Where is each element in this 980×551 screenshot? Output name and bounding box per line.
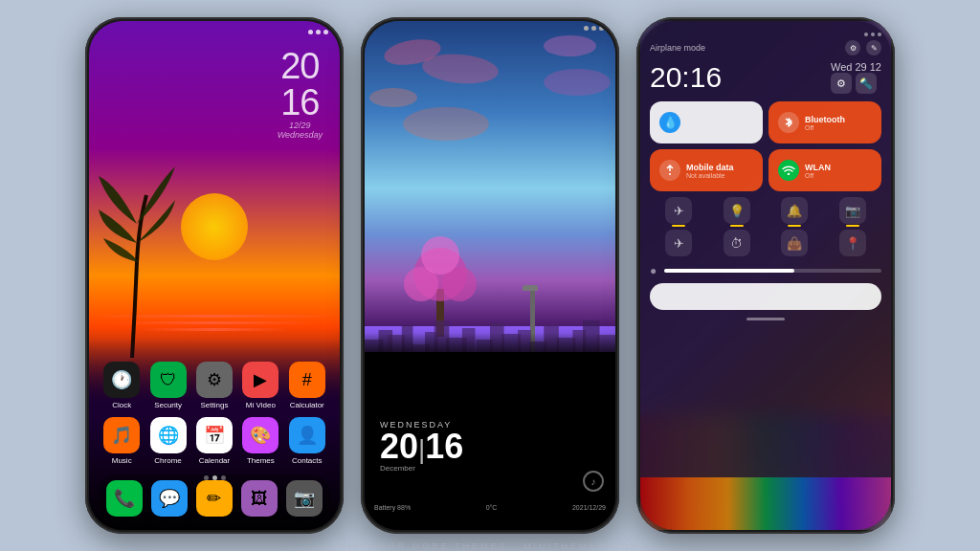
- app-chrome[interactable]: 🌐 Chrome: [146, 417, 190, 465]
- dock-notes[interactable]: ✏: [196, 480, 233, 517]
- wlan-tile-text: WLAN Off: [805, 163, 872, 179]
- temp-text: 0°C: [486, 504, 498, 511]
- music-icon: 🎵: [103, 417, 140, 453]
- dock: 📞 💬 ✏ 🖼 📷: [99, 474, 330, 522]
- contacts-icon: 👤: [289, 417, 325, 453]
- cloud-4: [544, 69, 611, 96]
- app-security[interactable]: 🛡 Security: [146, 362, 190, 409]
- app-calendar-label: Calendar: [199, 456, 230, 465]
- date-display: 12/29: [278, 121, 323, 130]
- clock-icon: 🕐: [103, 362, 140, 398]
- airplane-quick-icon[interactable]: ✈: [665, 197, 692, 224]
- calendar-icon: 📅: [196, 417, 233, 453]
- app-row-2: 🎵 Music 🌐 Chrome 📅 Calendar 🎨: [99, 417, 330, 465]
- status-dot-b: [871, 33, 875, 36]
- app-music[interactable]: 🎵 Music: [100, 417, 144, 465]
- ctrl-top-icons: ⚙ 🔦: [831, 73, 881, 94]
- cloud-6: [403, 107, 489, 141]
- app-clock-label: Clock: [112, 401, 131, 409]
- mobile-data-tile-name: Mobile data: [686, 163, 753, 172]
- ctrl-weekday: Wed 29 12: [831, 61, 881, 73]
- watermark: VISIT FOR MORE THEMES · MIUITHEMER.COM: [0, 541, 980, 551]
- app-themes-label: Themes: [247, 456, 275, 465]
- app-music-label: Music: [112, 456, 132, 465]
- day-display: Wednesday: [278, 130, 323, 140]
- location-quick-icon[interactable]: 📍: [839, 230, 866, 256]
- calculator-icon: #: [289, 362, 325, 398]
- phone-2: ♪ WEDNESDAY 20|16 December Battery 88% 0…: [361, 17, 619, 534]
- quick-icons-row1: ✈ 💡 🔔 📷: [650, 197, 881, 224]
- mobile-data-tile-text: Mobile data Not available: [686, 163, 753, 179]
- status-dot-c: [878, 33, 881, 36]
- phone-1: 20 16 12/29 Wednesday: [85, 17, 344, 534]
- status-dot-a: [864, 33, 868, 36]
- app-settings[interactable]: ⚙ Settings: [192, 362, 236, 409]
- flight-mode-icon[interactable]: ✈: [665, 230, 692, 256]
- svg-point-45: [788, 173, 790, 175]
- app-calculator[interactable]: # Calculator: [285, 362, 329, 409]
- bluetooth-icon: [778, 112, 799, 133]
- app-row-1: 🕐 Clock 🛡 Security ⚙ Settings ▶: [99, 362, 330, 409]
- settings-ctrl-icon[interactable]: ⚙: [845, 40, 860, 55]
- dock-camera[interactable]: 📷: [286, 480, 323, 517]
- control-panel: Airplane mode ⚙ ✎ 20:16 Wed: [640, 21, 891, 530]
- bluetooth-tile-text: Bluetooth Off: [805, 115, 872, 131]
- palm-tree-decoration: [99, 166, 175, 358]
- settings-gear-icon[interactable]: ⚙: [831, 73, 852, 94]
- phone-3: Airplane mode ⚙ ✎ 20:16 Wed: [636, 17, 895, 534]
- brightness-area: ●: [650, 264, 881, 277]
- music-button[interactable]: ♪: [583, 471, 604, 492]
- app-themes[interactable]: 🎨 Themes: [238, 417, 282, 465]
- phone2-info: WEDNESDAY 20|16 December: [380, 420, 463, 473]
- app-clock[interactable]: 🕐 Clock: [100, 362, 144, 409]
- dock-messages[interactable]: 💬: [151, 480, 188, 517]
- volume-slider[interactable]: [664, 269, 881, 273]
- wallet-quick-icon[interactable]: 👜: [781, 230, 808, 256]
- settings-icon: ⚙: [196, 362, 233, 398]
- status-bar-2: [365, 26, 615, 31]
- phone2-month: December: [380, 464, 463, 473]
- edit-ctrl-icon[interactable]: ✎: [866, 40, 881, 55]
- data-icon: 💧: [659, 112, 680, 133]
- app-calendar[interactable]: 📅 Calendar: [192, 417, 236, 465]
- app-chrome-label: Chrome: [154, 456, 181, 465]
- svg-point-4: [421, 236, 459, 275]
- flashlight-icon[interactable]: 🔦: [856, 73, 877, 94]
- mobile-data-tile[interactable]: Mobile data Not available: [650, 149, 763, 191]
- sun-decoration: [181, 193, 248, 260]
- wlan-tile-name: WLAN: [805, 163, 872, 172]
- dock-gallery[interactable]: 🖼: [241, 480, 278, 517]
- camera-quick-icon[interactable]: 📷: [839, 197, 866, 224]
- toggle-grid: 💧: [650, 101, 881, 191]
- chrome-icon: 🌐: [150, 417, 187, 453]
- brightness-slider[interactable]: [650, 283, 881, 310]
- wlan-tile[interactable]: WLAN Off: [768, 149, 881, 191]
- mobile-data-icon: [659, 160, 680, 181]
- cloud-5: [369, 88, 417, 107]
- mivideo-icon: ▶: [242, 362, 278, 398]
- dock-phone[interactable]: 📞: [106, 480, 143, 517]
- wlan-icon: [778, 160, 799, 181]
- time-widget: 20 16 12/29 Wednesday: [278, 48, 323, 140]
- timer-quick-icon[interactable]: ⏱: [724, 230, 750, 256]
- mobile-data-tile-sub: Not available: [686, 172, 753, 179]
- wlan-tile-sub: Off: [805, 172, 872, 179]
- notification-quick-icon[interactable]: 🔔: [781, 197, 808, 224]
- separator-line: [746, 318, 785, 320]
- bluetooth-tile-sub: Off: [805, 124, 872, 131]
- bluetooth-tile-name: Bluetooth: [805, 115, 872, 124]
- security-icon: 🛡: [150, 362, 187, 398]
- app-security-label: Security: [154, 401, 182, 409]
- phone2-status-bar: Battery 88% 0°C 2021/12/29: [374, 504, 606, 511]
- flashlight-quick-icon[interactable]: 💡: [724, 197, 750, 224]
- phone2-day: WEDNESDAY: [380, 420, 463, 430]
- app-calculator-label: Calculator: [290, 401, 324, 409]
- date-full-text: 2021/12/29: [572, 504, 606, 511]
- bluetooth-tile[interactable]: Bluetooth Off: [768, 101, 881, 143]
- app-mivideo[interactable]: ▶ Mi Video: [238, 362, 282, 409]
- signal-dot-3: [599, 26, 604, 31]
- app-contacts[interactable]: 👤 Contacts: [285, 417, 329, 465]
- data-tile[interactable]: 💧: [650, 101, 763, 143]
- app-mivideo-label: Mi Video: [246, 401, 276, 409]
- volume-row: ●: [650, 264, 881, 277]
